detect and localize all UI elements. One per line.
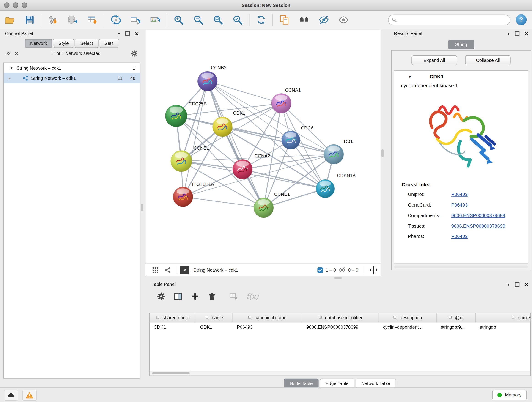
panel-float-icon[interactable] bbox=[515, 282, 519, 287]
open-session-button[interactable] bbox=[3, 13, 17, 26]
refresh-view-button[interactable] bbox=[254, 13, 268, 26]
table-cell[interactable]: CDK1 bbox=[196, 322, 233, 332]
edge-CCNB2-HIST1H1A[interactable] bbox=[183, 81, 208, 197]
tab-sets[interactable]: Sets bbox=[99, 39, 119, 48]
column-header-name[interactable]: name bbox=[196, 313, 233, 322]
edge-CCNB2-CCNE1[interactable] bbox=[208, 81, 264, 208]
cloud-status-button[interactable] bbox=[4, 390, 18, 400]
panel-float-icon[interactable] bbox=[125, 31, 130, 36]
panel-collapse-icon[interactable]: ▾ bbox=[507, 31, 510, 36]
expand-all-button[interactable]: Expand All bbox=[412, 55, 457, 65]
help-button[interactable]: ? bbox=[516, 14, 526, 25]
tab-edge-table[interactable]: Edge Table bbox=[320, 379, 354, 388]
search-box[interactable] bbox=[388, 14, 510, 25]
panel-collapse-icon[interactable]: ▾ bbox=[118, 31, 120, 36]
tab-style[interactable]: Style bbox=[53, 39, 74, 48]
node-CCNE1[interactable] bbox=[254, 198, 273, 217]
export-network-button[interactable] bbox=[180, 266, 189, 274]
selected-nodes-checkbox-icon[interactable] bbox=[317, 267, 323, 273]
zoom-in-button[interactable] bbox=[172, 13, 185, 26]
network-canvas[interactable]: CCNB2CCNA1CDC25BCDK1CDC6RB1CCNB1CCNA2CDK… bbox=[146, 30, 381, 264]
results-horizontal-scrollbar[interactable] bbox=[394, 265, 528, 268]
tab-string[interactable]: String bbox=[448, 40, 475, 49]
column-header-shared-name[interactable]: shared name bbox=[150, 313, 196, 322]
node-CDC25B[interactable] bbox=[165, 105, 187, 127]
panel-close-icon[interactable]: × bbox=[525, 282, 528, 287]
horizontal-splitter-handle[interactable] bbox=[334, 277, 342, 279]
tab-network-table[interactable]: Network Table bbox=[355, 379, 396, 388]
export-image-button[interactable] bbox=[148, 13, 162, 26]
network-from-table-button[interactable] bbox=[128, 13, 142, 26]
table-cell[interactable]: stringdb bbox=[476, 322, 531, 332]
memory-button[interactable]: Memory bbox=[492, 390, 526, 400]
show-all-button[interactable] bbox=[336, 13, 350, 26]
crosslink-link[interactable]: P06493 bbox=[451, 233, 468, 239]
table-cell[interactable]: 9606.ENSP00000378699 bbox=[302, 322, 379, 332]
network-row-selected[interactable]: ● String Network – cdk1 11 48 bbox=[4, 73, 140, 83]
network-share-icon[interactable] bbox=[164, 266, 171, 274]
show-overview-button[interactable] bbox=[297, 13, 311, 26]
zoom-out-button[interactable] bbox=[191, 13, 205, 26]
new-network-button[interactable] bbox=[109, 13, 122, 26]
table-cell[interactable]: cyclin–dependent ... bbox=[379, 322, 437, 332]
tab-node-table[interactable]: Node Table bbox=[284, 379, 318, 388]
node-CDC6[interactable] bbox=[282, 131, 300, 149]
network-collection-row[interactable]: ▼ String Network – cdk1 1 bbox=[4, 63, 140, 73]
table-row[interactable]: CDK1CDK1P064939606.ENSP00000378699cyclin… bbox=[150, 322, 530, 332]
left-splitter-handle[interactable] bbox=[141, 204, 143, 211]
tree-expander-icon[interactable]: ▼ bbox=[10, 66, 13, 70]
node-RB1[interactable] bbox=[324, 144, 344, 164]
warnings-button[interactable] bbox=[22, 390, 37, 400]
node-CCNB2[interactable] bbox=[198, 71, 217, 91]
collapse-all-button[interactable]: Collapse All bbox=[465, 55, 510, 65]
node-CCNA1[interactable] bbox=[272, 94, 291, 113]
column-header-description[interactable]: description bbox=[379, 313, 437, 322]
birds-eye-grid-icon[interactable] bbox=[152, 266, 159, 274]
delete-column-trash-icon[interactable] bbox=[208, 292, 216, 301]
save-session-button[interactable] bbox=[23, 13, 36, 26]
copy-button[interactable] bbox=[278, 13, 291, 26]
panel-close-icon[interactable]: × bbox=[525, 32, 528, 36]
tab-select[interactable]: Select bbox=[75, 39, 99, 48]
protein-card-header[interactable]: ▼ CDK1 bbox=[394, 70, 528, 83]
node-CDK1[interactable] bbox=[213, 117, 232, 137]
node-CDKN1A[interactable] bbox=[316, 179, 334, 198]
pan-crosshair-button[interactable] bbox=[370, 266, 378, 274]
scrollbar-thumb[interactable] bbox=[152, 372, 190, 375]
edge-CCNB2-CCNA1[interactable] bbox=[208, 81, 281, 103]
edge-CCNA2-CDKN1A[interactable] bbox=[243, 169, 325, 189]
expand-all-icon[interactable] bbox=[14, 51, 19, 56]
panel-close-icon[interactable]: × bbox=[135, 32, 139, 36]
network-options-gear-icon[interactable] bbox=[131, 50, 138, 57]
edge-HIST1H1A-CCNE1[interactable] bbox=[183, 197, 264, 208]
node-CCNA2[interactable] bbox=[233, 160, 252, 179]
import-database-button[interactable] bbox=[66, 13, 79, 26]
collapse-all-icon[interactable] bbox=[6, 51, 11, 56]
crosslink-link[interactable]: P06493 bbox=[451, 191, 468, 197]
hide-selected-button[interactable] bbox=[317, 13, 330, 26]
import-network-file-button[interactable] bbox=[46, 13, 60, 26]
table-settings-gear-icon[interactable] bbox=[157, 292, 166, 301]
table-horizontal-scrollbar[interactable] bbox=[150, 371, 530, 376]
zoom-selected-button[interactable] bbox=[231, 13, 244, 26]
tab-network[interactable]: Network bbox=[25, 39, 52, 48]
node-HIST1H1A[interactable] bbox=[173, 187, 193, 207]
search-input[interactable] bbox=[399, 17, 507, 22]
add-column-plus-icon[interactable] bbox=[191, 292, 200, 301]
panel-float-icon[interactable] bbox=[515, 31, 519, 36]
right-splitter-handle[interactable] bbox=[381, 149, 384, 157]
crosslink-link[interactable]: P06493 bbox=[451, 202, 468, 207]
node-CCNB1[interactable] bbox=[171, 151, 192, 172]
collapse-caret-icon[interactable]: ▼ bbox=[408, 74, 412, 79]
table-cell[interactable]: P06493 bbox=[233, 322, 302, 332]
column-header-namespace[interactable]: namespace bbox=[476, 313, 531, 322]
show-columns-icon[interactable] bbox=[174, 292, 183, 301]
crosslink-link[interactable]: 9606.ENSP00000378699 bbox=[451, 212, 505, 218]
import-table-button[interactable] bbox=[85, 13, 99, 26]
column-header-canonical-name[interactable]: canonical name bbox=[233, 313, 302, 322]
table-cell[interactable]: CDK1 bbox=[150, 322, 196, 332]
panel-collapse-icon[interactable]: ▾ bbox=[507, 282, 510, 287]
zoom-fit-button[interactable] bbox=[211, 13, 225, 26]
table-cell[interactable]: stringdb:9... bbox=[437, 322, 476, 332]
column-header-database-identifier[interactable]: database identifier bbox=[302, 313, 379, 322]
